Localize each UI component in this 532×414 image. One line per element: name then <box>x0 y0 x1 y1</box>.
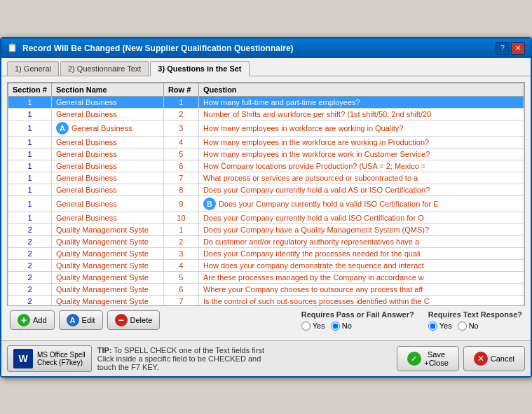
table-row[interactable]: 1General Business8Does your Company curr… <box>8 184 524 195</box>
cell-question: Does your Company currently hold a valid… <box>198 184 524 195</box>
table-row[interactable]: 2Quality Management Syste4How does your … <box>8 259 524 271</box>
cell-row: 10 <box>163 212 198 223</box>
text-response-label: Requires Text Response? <box>428 310 522 319</box>
table-header-row: Section # Section Name Row # Question <box>8 83 524 96</box>
tip-text: TIP: To SPELL CHECK one of the Text fiel… <box>97 346 391 371</box>
pass-fail-group: Requires Pass or Fail Answer? Yes No <box>301 310 414 331</box>
table-row[interactable]: 1General Business4How many employees in … <box>8 136 524 148</box>
text-response-no[interactable]: No <box>458 322 479 331</box>
word-icon: W <box>13 349 33 368</box>
cell-name: Quality Management Syste <box>51 295 163 306</box>
pass-fail-yes-radio[interactable] <box>301 322 311 331</box>
table-row[interactable]: 1General Business2Number of Shifts and w… <box>8 108 524 120</box>
save-label: Save+Close <box>424 350 449 367</box>
help-button[interactable]: ? <box>496 42 510 55</box>
table-row[interactable]: 1General Business9BDoes your Company cur… <box>8 195 524 212</box>
cell-question: Are these processes managed by the Compa… <box>198 271 524 283</box>
pass-fail-label: Requires Pass or Fail Answer? <box>301 310 414 319</box>
cell-row: 4 <box>163 259 198 271</box>
table-row[interactable]: 1General Business5How many employees in … <box>8 148 524 160</box>
text-response-no-label: No <box>469 322 479 330</box>
header-name: Section Name <box>51 83 163 96</box>
title-bar-left: 📋 Record Will Be Changed (New Supplier Q… <box>7 43 294 54</box>
close-button[interactable]: ✕ <box>511 42 525 55</box>
text-response-yes-label: Yes <box>439 322 452 330</box>
table-row[interactable]: 2Quality Management Syste2Do customer an… <box>8 235 524 247</box>
bottom-controls: + Add A Edit − Delete Requires Pass or F… <box>7 306 525 335</box>
cell-row: 3 <box>163 247 198 259</box>
cell-question: How many employees in workforce are work… <box>198 120 524 136</box>
cell-row: 3 <box>163 120 198 136</box>
delete-label: Delete <box>130 316 153 324</box>
tab-questions[interactable]: 3) Questions in the Set <box>150 61 249 76</box>
pass-fail-yes[interactable]: Yes <box>301 322 325 331</box>
title-controls: ? ✕ <box>496 42 525 55</box>
cell-section: 1 <box>8 108 52 120</box>
tab-bar: 1) General 2) Questionnaire Text 3) Ques… <box>1 58 531 76</box>
table-row[interactable]: 1General Business7What process or servic… <box>8 172 524 184</box>
cell-name: Quality Management Syste <box>51 235 163 247</box>
cell-name: AGeneral Business <box>51 120 163 136</box>
text-response-yes[interactable]: Yes <box>428 322 452 331</box>
cell-row: 4 <box>163 136 198 148</box>
header-question: Question <box>198 83 524 96</box>
pass-fail-no-radio[interactable] <box>331 322 340 331</box>
main-window: 📋 Record Will Be Changed (New Supplier Q… <box>0 37 532 378</box>
cell-section: 1 <box>8 212 52 223</box>
radio-groups: Requires Pass or Fail Answer? Yes No Req <box>301 310 522 331</box>
text-response-no-radio[interactable] <box>458 322 467 331</box>
save-close-button[interactable]: ✓ Save+Close <box>397 346 459 371</box>
cell-name: General Business <box>51 212 163 223</box>
cell-row: 1 <box>163 223 198 235</box>
cell-section: 2 <box>8 235 52 247</box>
cell-section: 2 <box>8 271 52 283</box>
table-row[interactable]: 2Quality Management Syste3Does your Comp… <box>8 247 524 259</box>
edit-label: Edit <box>82 316 95 324</box>
table-row[interactable]: 2Quality Management Syste6Where your Com… <box>8 283 524 295</box>
pass-fail-no-label: No <box>342 322 352 330</box>
header-section: Section # <box>8 83 52 96</box>
content-area: Section # Section Name Row # Question 1G… <box>1 76 531 340</box>
delete-button[interactable]: − Delete <box>107 310 161 330</box>
tab-general[interactable]: 1) General <box>7 61 59 76</box>
cell-name: General Business <box>51 96 163 108</box>
window-icon: 📋 <box>7 43 18 54</box>
cell-row: 7 <box>163 295 198 306</box>
cell-name: Quality Management Syste <box>51 283 163 295</box>
cell-question: Where your Company chooses to outsource … <box>198 283 524 295</box>
text-response-yes-radio[interactable] <box>428 322 437 331</box>
table-row[interactable]: 2Quality Management Syste7Is the control… <box>8 295 524 306</box>
table-row[interactable]: 1General Business6How Company locations … <box>8 160 524 172</box>
cell-row: 8 <box>163 184 198 195</box>
cell-row: 2 <box>163 108 198 120</box>
save-icon: ✓ <box>407 352 421 366</box>
table-row[interactable]: 2Quality Management Syste1Does your Comp… <box>8 223 524 235</box>
cancel-button[interactable]: ✕ Cancel <box>463 346 525 371</box>
add-button[interactable]: + Add <box>10 310 55 330</box>
tab-questionnaire[interactable]: 2) Questionnaire Text <box>60 61 149 76</box>
cell-question: How does your company demonstrate the se… <box>198 259 524 271</box>
cell-name: Quality Management Syste <box>51 259 163 271</box>
cell-row: 6 <box>163 283 198 295</box>
questions-table: Section # Section Name Row # Question 1G… <box>8 83 524 306</box>
table-row[interactable]: 1General Business10Does your Company cur… <box>8 212 524 223</box>
cell-question: Does your Company have a Quality Managem… <box>198 223 524 235</box>
cell-section: 1 <box>8 184 52 195</box>
cell-question: How many full-time and part-time employe… <box>198 96 524 108</box>
cell-name: General Business <box>51 148 163 160</box>
table-row[interactable]: 1General Business1How many full-time and… <box>8 96 524 108</box>
spell-check-button[interactable]: W MS Office SpellCheck (F7key) <box>7 345 92 372</box>
cell-row: 6 <box>163 160 198 172</box>
questions-table-container[interactable]: Section # Section Name Row # Question 1G… <box>7 82 525 306</box>
footer: W MS Office SpellCheck (F7key) TIP: To S… <box>1 340 531 376</box>
add-label: Add <box>33 316 47 324</box>
edit-button[interactable]: A Edit <box>59 310 103 330</box>
cell-row: 2 <box>163 235 198 247</box>
cell-row: 7 <box>163 172 198 184</box>
table-row[interactable]: 1AGeneral Business3How many employees in… <box>8 120 524 136</box>
cell-question: Is the control of such out-sources proce… <box>198 295 524 306</box>
cell-question: BDoes your Company currently hold a vali… <box>198 195 524 212</box>
cell-name: General Business <box>51 160 163 172</box>
table-row[interactable]: 2Quality Management Syste5Are these proc… <box>8 271 524 283</box>
pass-fail-no[interactable]: No <box>331 322 352 331</box>
